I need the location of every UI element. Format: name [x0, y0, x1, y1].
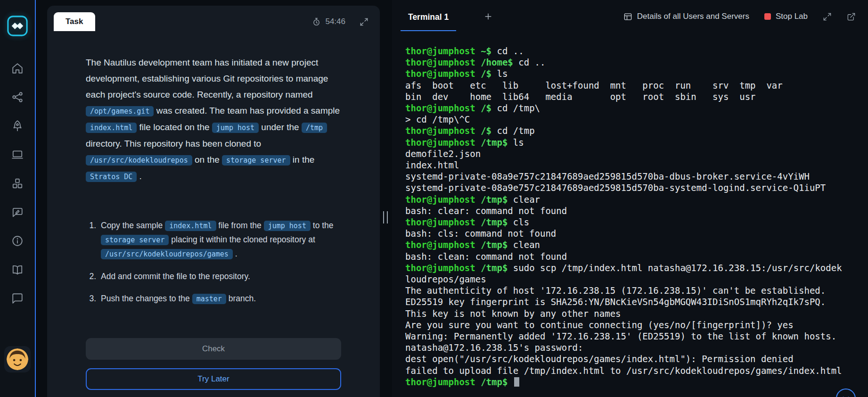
terminal-line: demofile2.json [405, 148, 855, 159]
open-new-window-button[interactable] [847, 12, 856, 21]
terminal-line: thor@jumphost ~$ cd .. [405, 45, 855, 57]
terminal-line: bash: clean: command not found [405, 251, 855, 262]
inline-code-chip: Stratos DC [86, 172, 137, 182]
grid-icon [623, 12, 632, 21]
task-card-header: Task 54:46 [47, 6, 380, 31]
try-later-button[interactable]: Try Later [86, 368, 341, 390]
task-tab-label: Task [66, 17, 83, 26]
check-button[interactable]: Check [86, 338, 341, 360]
sidebar-item-workflow[interactable] [11, 91, 24, 103]
book-icon [11, 264, 24, 276]
terminal-tab-label: Terminal 1 [408, 12, 449, 22]
kodekloud-logo[interactable] [7, 15, 28, 37]
laptop-icon [11, 149, 24, 161]
terminal-line: ED25519 key fingerprint is SHA256:YN/BNc… [405, 296, 855, 307]
inline-code-chip: /usr/src/kodekloudrepos [86, 155, 192, 165]
lab-timer: 54:46 [312, 17, 345, 26]
info-icon [11, 235, 24, 247]
sidebar-item-home[interactable] [11, 62, 24, 74]
external-link-icon [847, 12, 856, 21]
workflow-icon [11, 91, 24, 103]
timer-value: 54:46 [325, 17, 345, 26]
user-avatar[interactable] [4, 346, 31, 372]
sidebar-item-book[interactable] [11, 264, 24, 276]
expand-icon [360, 17, 368, 26]
sidebar-item-feedback[interactable] [11, 206, 24, 218]
terminal-line: The authenticity of host '172.16.238.15 … [405, 285, 855, 296]
inline-code-chip: /tmp [302, 123, 327, 133]
stop-lab-label: Stop Lab [776, 12, 808, 21]
panel-resize-handle[interactable] [383, 211, 388, 223]
inline-code-chip: jump host [212, 123, 259, 133]
terminal-line: Are you sure you want to continue connec… [405, 319, 855, 331]
stop-lab-button[interactable]: Stop Lab [764, 12, 808, 21]
terminal-output[interactable]: thor@jumphost ~$ cd ..thor@jumphost /hom… [392, 33, 868, 397]
home-icon [11, 62, 24, 74]
expand-task-button[interactable] [360, 17, 368, 26]
terminal-line: loudrepos/games [405, 273, 855, 285]
terminal-line: Warning: Permanently added '172.16.238.1… [405, 331, 855, 342]
blocks-icon [11, 177, 24, 190]
sidebar [0, 0, 36, 397]
stopwatch-icon [312, 17, 321, 26]
terminal-line: failed to upload file /tmp/index.html to… [405, 365, 855, 376]
rocket-icon [11, 120, 24, 132]
terminal-line: bash: cls: command not found [405, 228, 855, 239]
terminal-line: thor@jumphost /tmp$ clean [405, 239, 855, 250]
stop-icon [764, 13, 771, 20]
inline-code-chip: /opt/games.git [86, 106, 154, 116]
inline-code-chip: /usr/src/kodekloudrepos/games [101, 249, 233, 259]
task-tab[interactable]: Task [54, 12, 95, 31]
add-terminal-button[interactable] [483, 12, 493, 21]
sidebar-item-chat[interactable] [11, 292, 24, 305]
terminal-line: afs boot etc lib lost+found mnt proc run… [405, 80, 855, 91]
task-step: Push the changes to the master branch. [98, 292, 341, 306]
task-header-controls: 54:46 [312, 17, 371, 26]
task-panel: Task 54:46 The Nautilus development team… [36, 0, 392, 397]
expand-terminal-button[interactable] [823, 12, 832, 21]
details-label: Details of all Users and Servers [637, 12, 749, 21]
task-body: The Nautilus development team has initia… [47, 31, 380, 390]
plus-icon [483, 12, 493, 21]
app: Task 54:46 The Nautilus development team… [0, 0, 868, 397]
terminal-line: thor@jumphost /tmp$ [405, 376, 855, 388]
details-users-servers-button[interactable]: Details of all Users and Servers [623, 12, 749, 21]
feedback-icon [11, 206, 24, 218]
terminal-line: bash: clear: command not found [405, 205, 855, 216]
terminal-line: thor@jumphost /tmp$ cls [405, 216, 855, 228]
task-description: The Nautilus development team has initia… [86, 55, 341, 185]
inline-code-chip: index.html [165, 221, 216, 231]
terminal-actions: Details of all Users and Servers Stop La… [623, 12, 856, 21]
terminal-line: systemd-private-08a9e757c21847689aed2598… [405, 182, 855, 193]
terminal-line: thor@jumphost /$ cd /tmp\ [405, 102, 855, 114]
terminal-line: thor@jumphost /tmp$ ls [405, 137, 855, 148]
terminal-line: This key is not known by any other names [405, 308, 855, 319]
kodekloud-logo-icon [7, 15, 28, 37]
task-step: Add and commit the file to the repositor… [98, 270, 341, 283]
sidebar-item-rocket[interactable] [11, 120, 24, 132]
terminal-panel: Terminal 1 Details of all Users and Serv… [392, 0, 868, 397]
sidebar-item-info[interactable] [11, 235, 24, 247]
task-card: Task 54:46 The Nautilus development team… [47, 6, 380, 397]
terminal-cursor [514, 377, 519, 387]
terminal-line: thor@jumphost /$ ls [405, 68, 855, 79]
terminal-line: natasha@172.16.238.15's password: [405, 342, 855, 353]
terminal-line: dest open("/usr/src/kodekloudrepos/games… [405, 353, 855, 364]
terminal-line: thor@jumphost /$ cd /tmp [405, 125, 855, 136]
terminal-header: Terminal 1 Details of all Users and Serv… [392, 0, 868, 33]
avatar-image [7, 348, 28, 370]
chevron-down-icon [841, 393, 851, 397]
sidebar-item-monitor[interactable] [11, 149, 24, 161]
terminal-line: thor@jumphost /tmp$ sudo scp /tmp/index.… [405, 262, 855, 273]
sidebar-item-blocks[interactable] [11, 177, 24, 190]
expand-icon [823, 12, 832, 21]
inline-code-chip: master [192, 294, 226, 304]
inline-code-chip: storage server [222, 155, 290, 165]
terminal-line: bin dev home lib64 media opt root sbin s… [405, 91, 855, 102]
task-steps: Copy the sample index.html file from the… [86, 219, 341, 306]
terminal-tab-1[interactable]: Terminal 1 [401, 2, 456, 31]
sidebar-nav [11, 62, 24, 305]
task-step: Copy the sample index.html file from the… [98, 219, 341, 261]
inline-code-chip: index.html [86, 123, 137, 133]
inline-code-chip: jump host [264, 221, 311, 231]
